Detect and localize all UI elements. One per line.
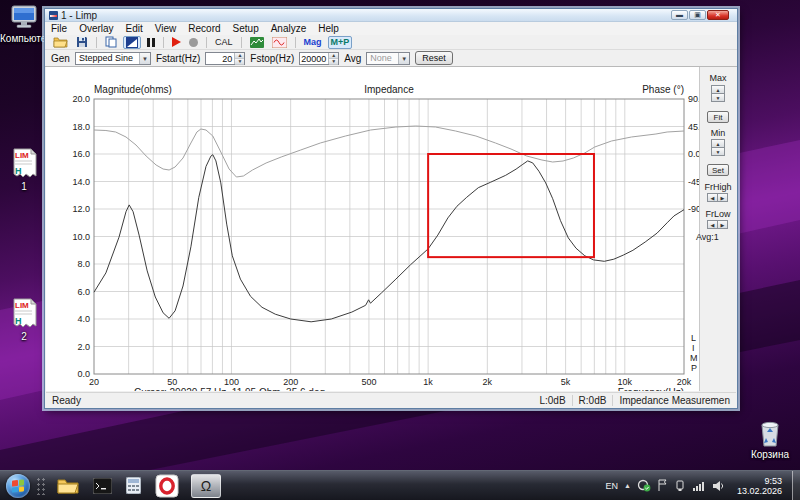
open-file-button[interactable] <box>51 36 70 49</box>
action-center-icon[interactable] <box>637 479 651 492</box>
y-left-tick-label: 6.0 <box>77 287 90 297</box>
x-tick-label: 5k <box>561 377 571 387</box>
pause-button[interactable] <box>145 36 157 49</box>
menu-file[interactable]: File <box>45 23 73 34</box>
desktop-icon-limp-doc-2[interactable]: LIM H 2 <box>0 298 48 342</box>
menu-edit[interactable]: Edit <box>120 23 149 34</box>
spinner-buttons[interactable]: ▲▼ <box>234 53 244 64</box>
start-button[interactable] <box>170 36 183 49</box>
menu-help[interactable]: Help <box>312 23 345 34</box>
network-icon[interactable] <box>692 480 706 492</box>
generator-type-select[interactable]: Stepped Sine ▼ <box>75 52 151 65</box>
taskbar-terminal-button[interactable] <box>93 478 112 494</box>
toolbar-separator <box>206 37 207 48</box>
calculator-icon <box>126 477 141 494</box>
clock-date: 13.02.2026 <box>737 486 782 496</box>
opera-icon <box>155 474 179 498</box>
fit-button[interactable]: Fit <box>707 111 729 123</box>
generator-button[interactable] <box>270 36 289 49</box>
calibrate-button[interactable]: CAL <box>213 36 235 49</box>
taskbar-clock[interactable]: 9:53 13.02.2026 <box>731 476 788 496</box>
limp-document-icon: LIM H <box>10 148 38 180</box>
desktop-icon-recycle-bin[interactable]: Корзина <box>746 418 794 460</box>
window-titlebar[interactable]: 1 - Limp ▬ ▣ ✕ <box>45 9 737 22</box>
svg-text:LIM: LIM <box>15 151 29 160</box>
frhigh-label: FrHigh <box>700 182 736 192</box>
recycle-bin-icon <box>757 418 783 448</box>
copy-button[interactable] <box>103 36 119 49</box>
save-floppy-icon <box>76 36 88 48</box>
start-button[interactable] <box>6 474 30 498</box>
magnitude-phase-view-button[interactable]: M+P <box>328 36 353 49</box>
frhigh-arrows[interactable]: ◀▶ <box>707 193 727 202</box>
frlow-arrows[interactable]: ◀▶ <box>707 220 727 229</box>
magnitude-ohm-curve <box>94 155 684 322</box>
speaker-icon[interactable] <box>712 480 725 492</box>
set-button[interactable]: Set <box>707 164 729 176</box>
close-button[interactable]: ✕ <box>707 10 729 20</box>
record-button[interactable] <box>187 36 200 49</box>
y-left-tick-label: 12.0 <box>72 204 90 214</box>
save-button[interactable] <box>74 36 90 49</box>
max-label: Max <box>700 73 736 83</box>
y-left-tick-label: 16.0 <box>72 149 90 159</box>
menu-analyze[interactable]: Analyze <box>265 23 313 34</box>
reset-button[interactable]: Reset <box>415 51 453 65</box>
spectrum-button[interactable] <box>248 36 266 49</box>
x-tick-label: 1k <box>423 377 433 387</box>
impedance-chart[interactable]: Magnitude(ohms) Impedance Phase (°) 20.0… <box>46 67 702 391</box>
open-folder-icon <box>53 36 68 48</box>
fstart-input[interactable]: 20 ▲▼ <box>205 52 245 65</box>
x-tick-label: 20 <box>89 377 99 387</box>
graph-setup-button[interactable] <box>123 36 141 49</box>
x-tick-label: 2k <box>483 377 493 387</box>
terminal-icon <box>93 478 112 494</box>
generator-settings-bar: Gen Stepped Sine ▼ Fstart(Hz) 20 ▲▼ Fsto… <box>45 50 737 67</box>
limp-vertical-label: M <box>690 353 698 363</box>
x-tick-label: 10k <box>618 377 633 387</box>
maximize-button[interactable]: ▣ <box>689 10 706 20</box>
show-hidden-icons-button[interactable]: ▲ <box>624 482 631 489</box>
taskbar-opera-button[interactable] <box>155 474 179 498</box>
taskbar-limp-app-button[interactable]: Ω <box>191 474 221 498</box>
device-icon[interactable] <box>674 479 686 492</box>
desktop-icon-limp-doc-1[interactable]: LIM H 1 <box>0 148 48 192</box>
chart-client-area: Magnitude(ohms) Impedance Phase (°) 20.0… <box>46 67 736 391</box>
limp-window: 1 - Limp ▬ ▣ ✕ File Overlay Edit View Re… <box>44 8 738 409</box>
avg-select[interactable]: None ▼ <box>366 52 410 65</box>
flag-icon[interactable] <box>657 479 668 492</box>
desktop-icon-computer[interactable]: Компьютер <box>0 4 48 44</box>
toolbar-separator <box>96 37 97 48</box>
fstop-input[interactable]: 20000 ▲▼ <box>299 52 339 65</box>
y-left-tick-label: 10.0 <box>72 232 90 242</box>
menu-view[interactable]: View <box>149 23 183 34</box>
frlow-label: FrLow <box>700 209 736 219</box>
limp-document-icon: LIM H <box>10 298 38 330</box>
magnitude-view-button[interactable]: Mag <box>302 36 324 49</box>
show-desktop-button[interactable] <box>792 471 800 500</box>
language-indicator[interactable]: EN <box>606 481 619 491</box>
status-ready: Ready <box>46 395 533 406</box>
status-bar: Ready L:0dB R:0dB Impedance Measuremen <box>46 392 736 407</box>
minimize-button[interactable]: ▬ <box>671 10 688 20</box>
phase-deg-curve <box>94 126 684 177</box>
taskbar-grip[interactable] <box>36 477 46 495</box>
record-icon <box>189 38 198 47</box>
limp-vertical-label: I <box>692 343 695 353</box>
toolbar: CAL Mag M+P <box>45 35 737 50</box>
menu-setup[interactable]: Setup <box>227 23 265 34</box>
taskbar-explorer-button[interactable] <box>57 477 79 494</box>
taskbar-calculator-button[interactable] <box>126 477 141 494</box>
menu-record[interactable]: Record <box>182 23 226 34</box>
system-tray: EN ▲ 9:53 13.02.2026 <box>606 476 793 496</box>
min-spinner[interactable]: ▲▼ <box>711 139 725 155</box>
max-spinner[interactable]: ▲▼ <box>711 85 725 101</box>
y-left-axis-title: Magnitude(ohms) <box>94 84 172 95</box>
averages-indicator: Avg:1 <box>696 232 719 242</box>
spinner-buttons[interactable]: ▲▼ <box>328 53 338 64</box>
y-right-axis-title: Phase (°) <box>642 84 684 95</box>
windows-flag-icon <box>12 479 24 492</box>
menu-overlay[interactable]: Overlay <box>73 23 119 34</box>
x-tick-label: 50 <box>167 377 177 387</box>
avg-label: Avg <box>344 53 361 64</box>
